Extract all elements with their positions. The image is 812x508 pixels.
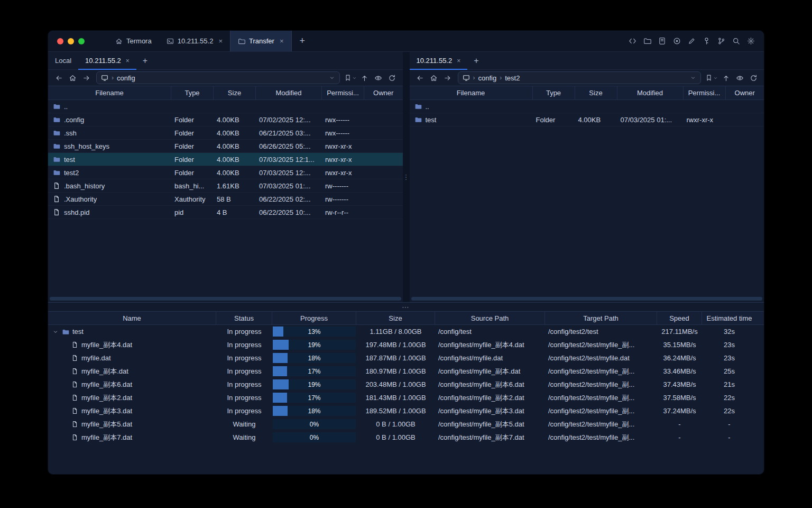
file-row[interactable]: sshd.pidpid4 B06/22/2025 10:...rw-r--r--: [48, 206, 403, 219]
transfer-name: myfile_副本4.dat: [81, 340, 132, 350]
transfer-row[interactable]: myfile_副本4.datIn progress19%197.48MB / 1…: [48, 338, 764, 351]
column-header-filename[interactable]: Filename: [410, 86, 533, 99]
estimated-time: 32s: [702, 328, 756, 335]
column-header-permissi[interactable]: Permissi...: [684, 86, 726, 99]
column-header-estimated-time[interactable]: Estimated time: [702, 312, 756, 324]
file-row[interactable]: testFolder4.00KB07/03/2025 12:1...rwxr-x…: [48, 153, 403, 166]
file-row[interactable]: ..: [410, 100, 764, 113]
refresh-button[interactable]: [748, 72, 759, 84]
code-icon[interactable]: [627, 36, 638, 47]
new-file-tab-button[interactable]: +: [467, 52, 485, 69]
notebook-icon[interactable]: [657, 36, 667, 47]
file-row[interactable]: ssh_host_keysFolder4.00KB06/26/2025 05:.…: [48, 140, 403, 153]
horizontal-splitter[interactable]: ⋯: [48, 302, 764, 312]
transfer-row[interactable]: myfile.datIn progress18%187.87MB / 1.00G…: [48, 351, 764, 365]
path-segment[interactable]: config: [478, 74, 497, 82]
refresh-button[interactable]: [386, 72, 398, 84]
settings-icon[interactable]: [745, 36, 756, 47]
transfer-row[interactable]: myfile_副本2.datIn progress17%181.43MB / 1…: [48, 391, 764, 404]
up-button[interactable]: [720, 72, 732, 84]
file-icon: [71, 407, 78, 414]
new-file-tab-button[interactable]: +: [136, 52, 154, 69]
record-icon[interactable]: [671, 36, 682, 47]
transfer-row[interactable]: myfile_副本7.datWaiting0%0 B / 1.00GB/conf…: [48, 431, 764, 444]
key-icon[interactable]: [701, 36, 712, 47]
search-icon[interactable]: [731, 36, 741, 47]
estimated-time: -: [702, 433, 756, 441]
horizontal-scrollbar-thumb[interactable]: [411, 297, 763, 301]
column-header-speed[interactable]: Speed: [657, 312, 702, 324]
vertical-splitter[interactable]: ⋮: [403, 52, 410, 302]
column-header-modified[interactable]: Modified: [256, 86, 322, 99]
path-dropdown-icon[interactable]: [690, 75, 696, 81]
path-dropdown-icon[interactable]: [329, 75, 335, 81]
file-row[interactable]: testFolder4.00KB07/03/2025 01:...rwxr-xr…: [410, 113, 764, 126]
file-size: 4.00KB: [575, 116, 617, 124]
column-header-size[interactable]: Size: [214, 86, 256, 99]
app-tab-host[interactable]: 10.211.55.2 ×: [159, 31, 230, 51]
close-tab-icon[interactable]: ×: [126, 57, 130, 65]
file-tab-local[interactable]: Local: [48, 52, 78, 69]
column-header-progress[interactable]: Progress: [272, 312, 356, 324]
forward-button[interactable]: [442, 72, 454, 84]
column-header-owner[interactable]: Owner: [364, 86, 403, 99]
new-app-tab-button[interactable]: +: [292, 31, 313, 51]
column-header-target-path[interactable]: Target Path: [545, 312, 657, 324]
path-segment[interactable]: test2: [505, 74, 520, 82]
file-tab-10-211-55-2[interactable]: 10.211.55.2×: [78, 52, 136, 69]
close-tab-icon[interactable]: ×: [457, 57, 460, 65]
show-hidden-files-button[interactable]: [734, 72, 745, 84]
expand-chevron-icon[interactable]: [52, 329, 59, 335]
path-segment[interactable]: config: [117, 74, 135, 82]
forward-button[interactable]: [80, 72, 92, 84]
file-row[interactable]: test2Folder4.00KB07/03/2025 12:...rwxr-x…: [48, 166, 403, 179]
transfer-row[interactable]: myfile_副本.datIn progress17%180.97MB / 1.…: [48, 365, 764, 378]
transfer-row[interactable]: myfile_副本5.datWaiting0%0 B / 1.00GB/conf…: [48, 418, 764, 431]
file-row[interactable]: .bash_historybash_hi...1.61KB07/03/2025 …: [48, 179, 403, 193]
column-header-permissi[interactable]: Permissi...: [322, 86, 364, 99]
maximize-window-button[interactable]: [78, 38, 85, 44]
bookmark-button[interactable]: [344, 74, 357, 81]
file-row[interactable]: ..: [48, 100, 403, 113]
column-header-type[interactable]: Type: [533, 86, 575, 99]
home-button[interactable]: [67, 72, 78, 84]
transfer-row[interactable]: myfile_副本3.datIn progress18%189.52MB / 1…: [48, 404, 764, 418]
filename-cell: .bash_history: [48, 182, 171, 190]
file-tab-10-211-55-2[interactable]: 10.211.55.2×: [410, 52, 468, 69]
column-header-source-path[interactable]: Source Path: [435, 312, 545, 324]
column-header-owner[interactable]: Owner: [726, 86, 764, 99]
file-row[interactable]: .configFolder4.00KB07/02/2025 12:...rwx-…: [48, 113, 403, 126]
app-tab-transfer[interactable]: Transfer ×: [230, 31, 292, 51]
column-header-size[interactable]: Size: [575, 86, 617, 99]
transfer-row[interactable]: testIn progress13%1.11GB / 8.00GB/config…: [48, 325, 764, 338]
file-row[interactable]: .sshFolder4.00KB06/21/2025 03:...rwx----…: [48, 126, 403, 140]
column-header-type[interactable]: Type: [171, 86, 214, 99]
column-header-name[interactable]: Name: [48, 312, 216, 324]
folder-icon[interactable]: [642, 36, 652, 47]
column-header-size[interactable]: Size: [356, 312, 435, 324]
path-input[interactable]: ›config›test2: [458, 71, 702, 84]
edit-icon[interactable]: [686, 36, 697, 47]
bookmark-button[interactable]: [705, 74, 718, 81]
transfer-status: In progress: [216, 354, 272, 362]
close-tab-icon[interactable]: ×: [280, 37, 284, 45]
home-button[interactable]: [428, 72, 440, 84]
column-header-filename[interactable]: Filename: [48, 86, 171, 99]
column-header-modified[interactable]: Modified: [617, 86, 684, 99]
transfer-row[interactable]: myfile_副本6.datIn progress19%203.48MB / 1…: [48, 378, 764, 391]
back-button[interactable]: [53, 72, 64, 84]
minimize-window-button[interactable]: [68, 38, 74, 44]
app-tab-termora[interactable]: Termora: [108, 31, 159, 51]
back-button[interactable]: [414, 72, 426, 84]
show-hidden-files-button[interactable]: [373, 72, 384, 84]
left-panel-navbar: ›config: [48, 70, 403, 86]
path-input[interactable]: ›config: [96, 71, 340, 84]
close-tab-icon[interactable]: ×: [218, 37, 223, 45]
file-row[interactable]: .XauthorityXauthority58 B06/22/2025 02:.…: [48, 193, 403, 206]
branch-icon[interactable]: [716, 36, 726, 47]
progress-label: 17%: [308, 368, 320, 375]
horizontal-scrollbar-thumb[interactable]: [50, 297, 401, 301]
close-window-button[interactable]: [57, 38, 63, 44]
up-button[interactable]: [359, 72, 371, 84]
column-header-status[interactable]: Status: [216, 312, 272, 324]
